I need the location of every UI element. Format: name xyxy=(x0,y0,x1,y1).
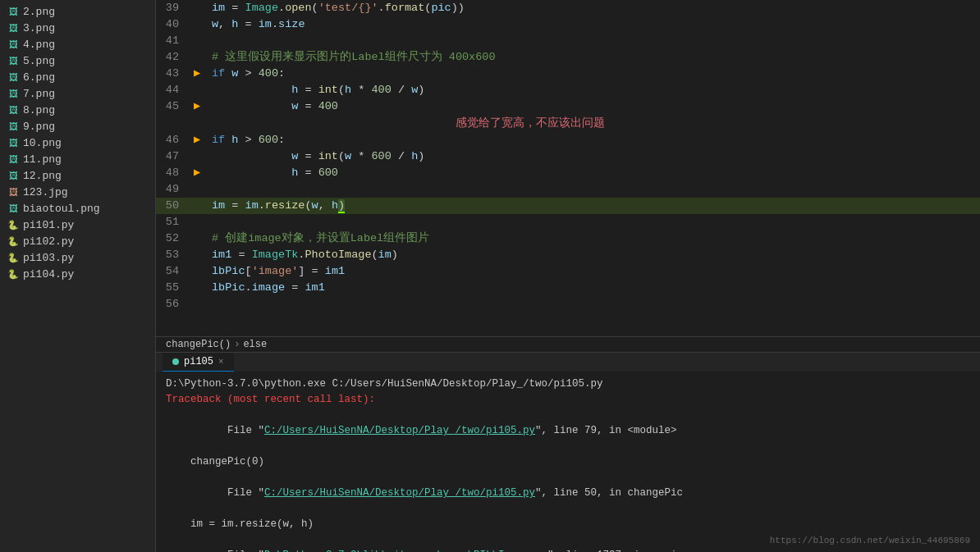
line-number: 46 xyxy=(156,132,189,148)
png-icon: 🖼 xyxy=(7,120,20,133)
terminal-tab-pi105[interactable]: pi105 × xyxy=(163,353,234,372)
line-content: h = int(h * 400 / w) xyxy=(205,82,980,98)
line-number: 50 xyxy=(156,198,189,214)
terminal-line-3: File "C:/Users/HuiSenNA/Desktop/Play_/tw… xyxy=(166,470,970,517)
sidebar-item-2png[interactable]: 🖼 2.png xyxy=(0,3,155,20)
table-row: 39 im = Image.open('test/{}'.format(pic)… xyxy=(156,0,980,16)
terminal-link-2[interactable]: C:/Users/HuiSenNA/Desktop/Play_/two/pi10… xyxy=(264,487,535,499)
terminal-panel[interactable]: D:\Python-3.7.0\python.exe C:/Users/HuiS… xyxy=(156,372,980,552)
sidebar-item-8png[interactable]: 🖼 8.png xyxy=(0,102,155,118)
line-content: # 创建image对象，并设置Label组件图片 xyxy=(205,230,980,247)
png-icon: 🖼 xyxy=(7,87,20,100)
png-icon: 🖼 xyxy=(7,21,20,34)
terminal-line-traceback: Traceback (most recent call last): xyxy=(166,392,970,408)
sidebar-item-4png[interactable]: 🖼 4.png xyxy=(0,36,155,52)
sidebar-label: 5.png xyxy=(23,55,55,67)
sidebar-label: 3.png xyxy=(23,22,55,34)
line-gutter xyxy=(189,247,205,263)
tab-close-button[interactable]: × xyxy=(218,357,224,367)
line-content xyxy=(205,33,980,49)
code-editor[interactable]: 39 im = Image.open('test/{}'.format(pic)… xyxy=(156,0,980,336)
terminal-line-2: changePic(0) xyxy=(166,454,970,470)
code-table: 39 im = Image.open('test/{}'.format(pic)… xyxy=(156,0,980,312)
line-content: w = int(w * 600 / h) xyxy=(205,148,980,165)
line-number: 40 xyxy=(156,16,189,33)
terminal-line-4: im = im.resize(w, h) xyxy=(166,517,970,532)
table-row: 42 # 这里假设用来显示图片的Label组件尺寸为 400x600 xyxy=(156,49,980,66)
table-row: 55 lbPic.image = im1 xyxy=(156,280,980,296)
line-content xyxy=(205,181,980,198)
sidebar-label: 10.png xyxy=(23,137,62,149)
line-number: 43 xyxy=(156,66,189,82)
table-row: 54 lbPic['image'] = im1 xyxy=(156,263,980,280)
sidebar-label: pi103.py xyxy=(23,252,74,264)
terminal-link-1[interactable]: C:/Users/HuiSenNA/Desktop/Play_/two/pi10… xyxy=(264,425,535,436)
line-number: 47 xyxy=(156,148,189,165)
sidebar-label: 8.png xyxy=(23,104,55,116)
table-row: 40 w, h = im.size xyxy=(156,16,980,33)
sidebar-item-9png[interactable]: 🖼 9.png xyxy=(0,118,155,135)
png-icon: 🖼 xyxy=(7,38,20,51)
terminal-line-command: D:\Python-3.7.0\python.exe C:/Users/HuiS… xyxy=(166,376,970,392)
terminal-line-1: File "C:/Users/HuiSenNA/Desktop/Play_/tw… xyxy=(166,408,970,454)
sidebar-item-5png[interactable]: 🖼 5.png xyxy=(0,52,155,69)
sidebar-label: pi101.py xyxy=(23,219,74,231)
terminal-text: ", line 50, in changePic xyxy=(535,487,683,499)
line-gutter: ▶ xyxy=(189,165,205,181)
line-content xyxy=(205,214,980,230)
sidebar-label: 123.jpg xyxy=(23,186,68,198)
tab-indicator xyxy=(172,358,179,365)
line-number: 53 xyxy=(156,247,189,263)
line-content: w, h = im.size xyxy=(205,16,980,33)
terminal-text: File " xyxy=(215,487,264,499)
breadcrumb-arrow: › xyxy=(234,339,240,350)
sidebar-item-123jpg[interactable]: 🖼 123.jpg xyxy=(0,184,155,200)
terminal-text: ", line 79, in <module> xyxy=(535,425,677,436)
sidebar-item-12png[interactable]: 🖼 12.png xyxy=(0,167,155,184)
line-gutter xyxy=(189,33,205,49)
png-icon: 🖼 xyxy=(7,54,20,67)
line-gutter xyxy=(189,148,205,165)
sidebar-item-pi103[interactable]: 🐍 pi103.py xyxy=(0,249,155,266)
terminal-tabs: pi105 × xyxy=(156,352,980,372)
sidebar-item-7png[interactable]: 🖼 7.png xyxy=(0,85,155,102)
line-number: 49 xyxy=(156,181,189,198)
sidebar-item-biaotou[interactable]: 🖼 biaotoul.png xyxy=(0,200,155,217)
line-number: 55 xyxy=(156,280,189,296)
sidebar-label: 11.png xyxy=(23,153,62,166)
table-row: 44 h = int(h * 400 / w) xyxy=(156,82,980,98)
line-content: w = 400 感觉给了宽高，不应该出问题 xyxy=(205,98,980,132)
breadcrumb: changePic() › else xyxy=(156,336,980,352)
sidebar-item-3png[interactable]: 🖼 3.png xyxy=(0,20,155,36)
sidebar-label: 6.png xyxy=(23,71,55,84)
table-row: 50 im = im.resize(w, h) xyxy=(156,198,980,214)
sidebar-item-10png[interactable]: 🖼 10.png xyxy=(0,135,155,151)
line-number: 51 xyxy=(156,214,189,230)
line-gutter: ▶ xyxy=(189,98,205,132)
png-icon: 🖼 xyxy=(7,71,20,84)
line-content: lbPic.image = im1 xyxy=(205,280,980,296)
breadcrumb-block: else xyxy=(243,339,267,350)
line-gutter xyxy=(189,280,205,296)
png-icon: 🖼 xyxy=(7,202,20,215)
line-content xyxy=(205,296,980,312)
sidebar-item-pi101[interactable]: 🐍 pi101.py xyxy=(0,217,155,233)
line-gutter xyxy=(189,198,205,214)
sidebar-item-pi102[interactable]: 🐍 pi102.py xyxy=(0,233,155,249)
line-gutter xyxy=(189,82,205,98)
annotation-comment: 感觉给了宽高，不应该出问题 xyxy=(456,116,605,130)
line-gutter xyxy=(189,214,205,230)
line-number: 56 xyxy=(156,296,189,312)
sidebar-item-11png[interactable]: 🖼 11.png xyxy=(0,151,155,167)
line-number: 45 xyxy=(156,98,189,132)
breadcrumb-function: changePic() xyxy=(166,339,231,350)
line-number: 41 xyxy=(156,33,189,49)
sidebar-label: 12.png xyxy=(23,170,62,182)
py-icon: 🐍 xyxy=(7,267,20,281)
py-icon: 🐍 xyxy=(7,218,20,231)
sidebar-item-pi104[interactable]: 🐍 pi104.py xyxy=(0,266,155,282)
line-number: 44 xyxy=(156,82,189,98)
sidebar-item-6png[interactable]: 🖼 6.png xyxy=(0,69,155,85)
line-number: 54 xyxy=(156,263,189,280)
line-gutter xyxy=(189,296,205,312)
